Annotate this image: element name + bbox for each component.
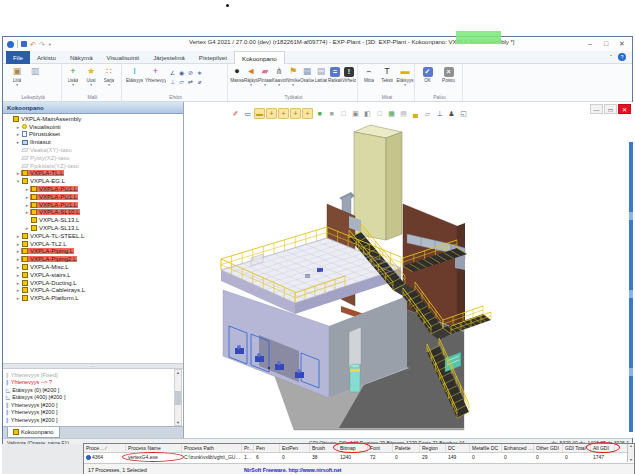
tab-visualisointi[interactable]: Visualisointi — [100, 51, 147, 64]
tab-n-kym[interactable]: Näkymä — [63, 51, 100, 64]
tree-item-vxpla-pu1-l[interactable]: ▸VXPLA-PU1.L — [3, 185, 183, 193]
tree-item-pysty-xz-taso[interactable]: Pysty(XZ)-taso — [3, 154, 183, 162]
maximize-button[interactable]: □ — [598, 37, 614, 50]
tab-pistepilvet[interactable]: Pistepilvet — [192, 51, 234, 64]
column-header-metafile-dc[interactable]: Metafile DC — [470, 444, 502, 452]
ribbon-collapse-icon[interactable]: ˆ — [610, 54, 612, 60]
constraint-type-icon[interactable]: ⊘ — [186, 69, 195, 78]
constraint-type-icon[interactable]: ⇄ — [186, 78, 195, 87]
axes-icon[interactable]: ⊥ — [434, 108, 445, 119]
column-header-region[interactable]: Region — [420, 444, 446, 452]
cell-all-gdi[interactable]: 1747 — [591, 453, 615, 462]
layers-icon[interactable]: ▤ — [398, 108, 409, 119]
iso-view-icon[interactable]: □ — [374, 108, 385, 119]
column-header-palette[interactable]: Palette — [393, 444, 420, 452]
ribbon-button-virheloki[interactable]: !Virheloki — [342, 66, 356, 83]
tree-item-vxpla-tl-steel-l[interactable]: ▸VXPLA-TL-STEEL.L — [3, 232, 183, 240]
tree-item-poikittais-yz-taso[interactable]: Poikittais(YZ)-taso — [3, 162, 183, 170]
undo-icon[interactable]: ↶ — [30, 41, 36, 48]
scroll-down-icon[interactable]: ▼ — [628, 458, 634, 462]
column-header-pen[interactable]: Pen — [254, 444, 280, 452]
ribbon-button-copy[interactable]: ▥ — [29, 66, 41, 77]
constraint-item[interactable]: ∥Yhtenevyys [#200 ] — [3, 416, 175, 424]
constraint-type-icon[interactable]: ∗ — [195, 69, 204, 78]
tree-item-vxpla-ducting-l[interactable]: ▸VXPLA-Ducting.L — [3, 279, 183, 287]
scroll-down-icon[interactable]: ▼ — [175, 420, 181, 425]
column-header-proce[interactable]: Proce… ∕ — [84, 444, 126, 452]
ribbon-button-et-isyys[interactable]: IEtäisyys — [124, 66, 145, 83]
tree-item-vxpla-piping-l[interactable]: ▸VXPLA-Piping.L — [3, 248, 183, 256]
constraint-type-icon[interactable]: ◉ — [177, 69, 186, 78]
cell-process-path[interactable]: C:\trunk\vxlib\vght\_GU… — [182, 453, 242, 462]
tab-kokoonpano[interactable]: Kokoonpano — [234, 51, 285, 64]
ribbon-button-sarja[interactable]: ∷Sarja▼ — [100, 66, 118, 87]
tree-item-vxpla-tl2-l[interactable]: ▸VXPLA-TL2.L — [3, 240, 183, 248]
cell-font[interactable]: 72 — [368, 453, 393, 462]
ribbon-button-r-j-yt[interactable]: ◄Räjäytä▼ — [244, 66, 258, 87]
scroll-up-icon[interactable]: ▲ — [175, 370, 181, 375]
mdi-close-button[interactable]: ✕ — [618, 104, 631, 114]
ribbon-button-massa[interactable]: ●Massa — [230, 66, 244, 83]
constraint-type-icon[interactable]: ⊥ — [168, 78, 177, 87]
constraint-item[interactable]: ∥Yhtenevyys [#200 ] — [3, 401, 175, 409]
tree-item-visualisointi[interactable]: ▸Visualisointi — [3, 123, 183, 131]
cell-other-gdi[interactable]: 0 — [534, 453, 563, 462]
tree-item-vxpla-sl13-l[interactable]: ▸VXPLA-SL13.L — [3, 224, 183, 232]
tab-arkisto[interactable]: Arkisto — [30, 51, 63, 64]
quickbar-dropdown-icon[interactable]: ▼ — [48, 42, 52, 47]
ribbon-button-lis[interactable]: +Lisää▼ — [64, 66, 82, 87]
snap-grid-icon[interactable]: + — [302, 108, 313, 119]
redo-icon[interactable]: ↷ — [39, 41, 45, 48]
ribbon-button-pintaan[interactable]: ▰Pintaan▼ — [258, 66, 272, 87]
dropdown-arrow-icon[interactable]: ▼ — [403, 84, 406, 87]
column-header-font[interactable]: Font — [368, 444, 393, 452]
cell-enhanced[interactable]: 0 — [502, 453, 534, 462]
dropdown-arrow-icon[interactable]: ▼ — [291, 84, 294, 87]
tree-item-vaaka-xy-taso[interactable]: Vaaka(XY)-taso — [3, 146, 183, 154]
tree-item-vxpla-sl13-l[interactable]: VXPLA-SL13.L — [3, 216, 183, 224]
cell-bitmap[interactable]: 1240 — [338, 453, 368, 462]
ribbon-button-poistu[interactable]: ×Poistu — [438, 66, 459, 83]
snap-point-icon[interactable]: + — [266, 108, 277, 119]
tree-item-vxpla-mainassembly[interactable]: VXPLA-MainAssembly — [3, 115, 183, 123]
constraint-type-icon[interactable]: ▱ — [177, 78, 186, 87]
shaded-view-icon[interactable]: ■ — [314, 108, 325, 119]
cell-brush[interactable]: 38 — [310, 453, 338, 462]
tree-item-vxpla-eg-l[interactable]: ▾VXPLA-EG.L — [3, 177, 183, 185]
tree-item-vxpla-platform-l[interactable]: ▸VXPLA-Platform.L — [3, 294, 183, 302]
column-header-process-name[interactable]: Process Name — [126, 444, 182, 452]
ribbon-button-lattiat[interactable]: ▤Lattiat — [314, 66, 328, 83]
ribbon-button-teksti[interactable]: TTeksti — [378, 66, 396, 83]
tree-item-vxpla-pu1-l[interactable]: ▸VXPLA-PU1.L — [3, 193, 183, 201]
snap-center-icon[interactable]: + — [290, 108, 301, 119]
column-header-enhanced[interactable]: Enhanced … — [502, 444, 534, 452]
select-area-icon[interactable]: ▭ — [242, 108, 253, 119]
tree-item-vxpla-pu1-l[interactable]: ▸VXPLA-PU1.L — [3, 201, 183, 209]
cell-region[interactable]: 29 — [420, 453, 446, 462]
cell-gdi-total[interactable]: 0 — [563, 453, 591, 462]
wireframe-icon[interactable]: □ — [338, 108, 349, 119]
tree-item-vxpla-tl-l[interactable]: ▸VXPLA-TL.L — [3, 170, 183, 178]
tab-file[interactable]: File — [6, 51, 30, 64]
ribbon-button-yhtenevyys[interactable]: +Yhtenevyys — [145, 66, 166, 83]
cell-metafile-dc[interactable]: 0 — [470, 453, 502, 462]
panel-tab-kokoonpano[interactable]: Kokoonpano — [7, 427, 60, 438]
constraint-item[interactable]: ∥Yhtenevyys --> ? — [3, 379, 175, 387]
cell-palette[interactable]: 0 — [393, 453, 420, 462]
ribbon-button-et-isyys[interactable]: ▬Etäisyys▼ — [396, 66, 414, 87]
column-header-process-path[interactable]: Process Path — [182, 444, 242, 452]
ribbon-button-nimiketiedot[interactable]: ⚑Nimiketiedot▼ — [286, 66, 300, 87]
dropdown-arrow-icon[interactable]: ▼ — [249, 84, 252, 87]
dropdown-arrow-icon[interactable]: ▼ — [263, 84, 266, 87]
constraint-item[interactable]: ∥Yhtenevyys (Fixed) — [3, 371, 175, 379]
sheet-icon[interactable]: ▱ — [422, 108, 433, 119]
mdi-minimize-button[interactable]: — — [590, 104, 603, 114]
cell-proce[interactable]: 4364 — [84, 453, 126, 462]
scroll-thumb[interactable] — [175, 391, 181, 405]
constraint-item[interactable]: ◺Etäisyys (400) [#200 ] — [3, 394, 175, 402]
tree-item-vxpla-stairs-l[interactable]: ▸VXPLA-stairs.L — [3, 271, 183, 279]
ribbon-button-mitta[interactable]: ⌢Mitta — [360, 66, 378, 83]
measure-icon[interactable]: ▬ — [254, 108, 265, 119]
minimize-button[interactable]: – — [582, 37, 598, 50]
half-section-icon[interactable]: ◧ — [362, 108, 373, 119]
